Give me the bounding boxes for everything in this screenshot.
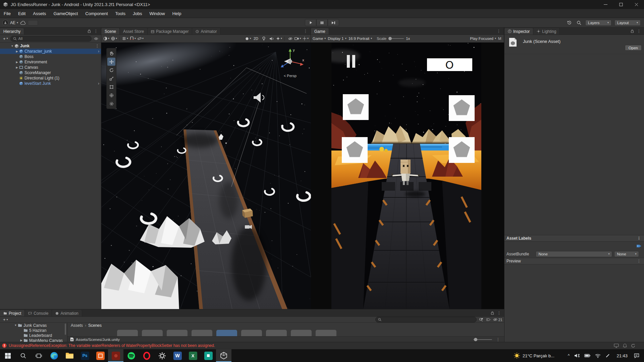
open-button[interactable]: Open bbox=[625, 45, 642, 51]
hierarchy-item-levelstart-junk[interactable]: levelStart Junk › bbox=[0, 81, 101, 86]
start-button[interactable] bbox=[0, 349, 15, 362]
powerup-button[interactable] bbox=[343, 94, 369, 120]
move-tool[interactable] bbox=[107, 58, 115, 66]
effects-dropdown[interactable]: ▾ bbox=[276, 36, 282, 42]
pause-button[interactable] bbox=[316, 19, 328, 26]
powerup-button[interactable] bbox=[449, 95, 475, 121]
cache-server-icon[interactable] bbox=[614, 344, 619, 348]
menu-help[interactable]: Help bbox=[169, 9, 185, 18]
tab-project[interactable]: Project bbox=[0, 310, 25, 316]
grid-visibility-dropdown[interactable]: ▾ bbox=[122, 36, 128, 42]
mute-audio-toggle[interactable]: M bbox=[498, 37, 502, 41]
expander-icon[interactable]: ▼ bbox=[13, 324, 18, 327]
crate-object[interactable] bbox=[242, 208, 253, 218]
powerup-button[interactable] bbox=[342, 137, 368, 163]
background-tasks-icon[interactable] bbox=[631, 344, 635, 348]
excel-icon[interactable]: X bbox=[185, 349, 201, 362]
camera-settings-dropdown[interactable]: ▾ bbox=[294, 36, 301, 42]
photoshop-icon[interactable]: Ps bbox=[77, 349, 93, 362]
spotify-icon[interactable] bbox=[123, 349, 139, 362]
display-dropdown[interactable]: Display 1 ▾ bbox=[328, 36, 346, 42]
scene-lighting-toggle[interactable] bbox=[260, 36, 267, 42]
panel-menu-icon[interactable]: ⋮ bbox=[302, 29, 309, 34]
settings-gear-icon[interactable] bbox=[154, 349, 170, 362]
folder-row-5-haziran[interactable]: 5 Haziran bbox=[0, 328, 67, 333]
pause-icon[interactable] bbox=[347, 55, 350, 68]
search-by-type-icon[interactable] bbox=[478, 316, 484, 323]
scene-audio-toggle[interactable] bbox=[268, 36, 275, 42]
tree-scrollbar[interactable] bbox=[65, 323, 66, 335]
layout-dropdown[interactable]: Layout ▾ bbox=[614, 20, 641, 26]
game-view-mode-dropdown[interactable]: Game ▾ bbox=[313, 36, 326, 42]
project-search-field[interactable] bbox=[375, 317, 477, 322]
tool-settings-dropdown[interactable]: ▾ bbox=[137, 36, 144, 42]
running-app-icon[interactable] bbox=[108, 349, 123, 362]
file-explorer-icon[interactable] bbox=[62, 349, 77, 362]
expander-icon[interactable]: ▼ bbox=[10, 45, 14, 48]
close-button[interactable] bbox=[629, 0, 644, 9]
opera-icon[interactable] bbox=[139, 349, 154, 362]
menu-file[interactable]: File bbox=[0, 9, 14, 18]
menu-tools[interactable]: Tools bbox=[112, 9, 129, 18]
volume-icon[interactable] bbox=[572, 349, 582, 362]
play-focused-dropdown[interactable]: Play Focused ▾ bbox=[470, 36, 496, 42]
teal-app-icon[interactable] bbox=[201, 349, 216, 362]
scene-visibility-icon[interactable] bbox=[93, 36, 99, 42]
hierarchy-item-canvas[interactable]: ▶ Canvas bbox=[0, 65, 101, 70]
hierarchy-search-field[interactable]: All bbox=[10, 36, 92, 42]
title-bar[interactable]: JG EndlessRunner - Junk - Android - Unit… bbox=[0, 0, 644, 9]
tab-hierarchy[interactable]: Hierarchy bbox=[0, 28, 24, 35]
rotate-tool[interactable] bbox=[107, 66, 115, 74]
step-button[interactable] bbox=[328, 19, 339, 26]
menu-window[interactable]: Window bbox=[146, 9, 168, 18]
orientation-gizmo[interactable]: y x < Persp bbox=[274, 47, 306, 78]
tab-package-manager[interactable]: Package Manager bbox=[148, 28, 192, 35]
scene-menu-icon[interactable]: ⋮ bbox=[95, 44, 99, 48]
view-hand-tool[interactable] bbox=[107, 49, 115, 57]
folder-row-leaderboard[interactable]: Leaderboard bbox=[0, 333, 67, 338]
hierarchy-item-character-junk[interactable]: ▶ Character_junk › bbox=[0, 49, 101, 54]
panel-menu-icon[interactable]: ⋮ bbox=[496, 311, 502, 315]
scene-row-junk[interactable]: ▼ Junk ⋮ bbox=[0, 43, 101, 49]
hierarchy-item-directional-light[interactable]: Directional Light (1) bbox=[0, 75, 101, 81]
panel-menu-icon[interactable]: ⋮ bbox=[93, 29, 99, 34]
game-viewport[interactable]: O bbox=[331, 43, 481, 309]
bar-menu-icon[interactable]: ⋮ bbox=[495, 337, 501, 342]
maximize-button[interactable] bbox=[613, 0, 629, 9]
menu-assets[interactable]: Assets bbox=[29, 9, 50, 18]
scene-viewport[interactable]: y x < Persp bbox=[101, 43, 311, 309]
lock-icon[interactable] bbox=[491, 311, 494, 315]
debug-view-dropdown[interactable]: ▾ bbox=[111, 36, 117, 42]
panel-menu-icon[interactable]: ⋮ bbox=[636, 29, 642, 34]
custom-tool[interactable] bbox=[107, 100, 115, 108]
2d-toggle[interactable]: 2D bbox=[253, 36, 259, 42]
hidden-count-toggle[interactable]: 21 bbox=[493, 316, 502, 323]
project-search-input[interactable] bbox=[383, 318, 474, 322]
folder-row-junk-canvas[interactable]: ▼ Junk Canvas bbox=[0, 323, 67, 328]
menu-jobs[interactable]: Jobs bbox=[129, 9, 146, 18]
action-center-icon[interactable] bbox=[632, 349, 644, 362]
gizmos-dropdown[interactable]: ▾ bbox=[302, 36, 309, 42]
tab-animation[interactable]: Animation bbox=[52, 310, 82, 316]
render-mode-dropdown[interactable]: ▾ bbox=[245, 36, 252, 42]
expander-icon[interactable]: ▶ bbox=[15, 61, 19, 64]
add-asset-button[interactable]: + ▾ bbox=[2, 317, 9, 322]
expander-icon[interactable]: ▶ bbox=[15, 50, 19, 53]
console-error-message[interactable]: UnassignedReferenceException: The variab… bbox=[9, 343, 215, 348]
orange-app-icon[interactable] bbox=[93, 349, 108, 362]
shading-mode-dropdown[interactable]: ▾ bbox=[103, 36, 110, 42]
powerup-button[interactable] bbox=[449, 137, 475, 163]
hidden-objects-toggle[interactable] bbox=[287, 36, 293, 42]
hierarchy-item-environment[interactable]: ▶ Environment bbox=[0, 59, 101, 65]
tab-scene[interactable]: Scene bbox=[101, 28, 120, 35]
breadcrumb-root[interactable]: Assets bbox=[71, 323, 83, 328]
account-avatar[interactable] bbox=[2, 20, 8, 26]
notifications-icon[interactable] bbox=[623, 344, 627, 348]
tab-console[interactable]: Console bbox=[25, 310, 52, 316]
undo-history-icon[interactable] bbox=[566, 19, 573, 26]
tab-animator[interactable]: Animator bbox=[192, 28, 220, 35]
menu-gameobject[interactable]: GameObject bbox=[50, 9, 82, 18]
thumbnail-size-slider[interactable] bbox=[473, 339, 492, 340]
unity-editor-taskbar-icon[interactable] bbox=[216, 349, 231, 362]
tab-lighting[interactable]: Lighting bbox=[533, 28, 560, 35]
